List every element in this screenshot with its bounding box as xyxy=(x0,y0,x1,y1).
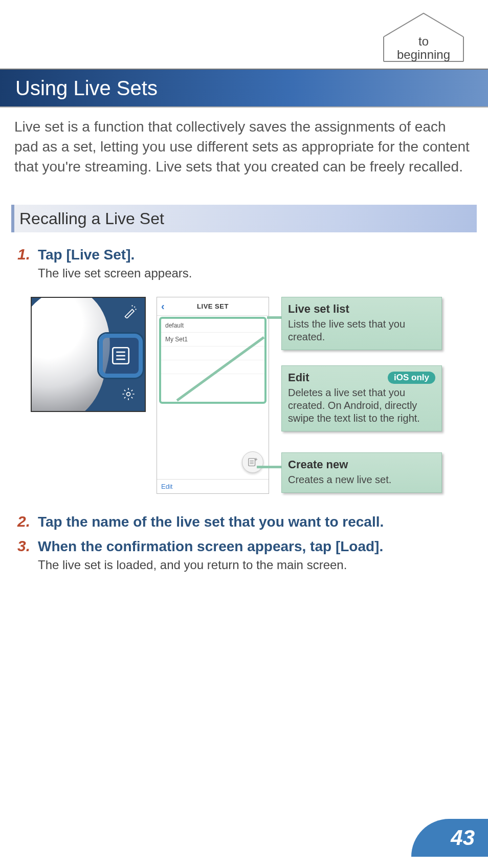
figure-area: ‹ LIVE SET default My Set1 Edit xyxy=(31,297,465,504)
create-new-button[interactable] xyxy=(242,451,263,473)
edit-link[interactable]: Edit xyxy=(161,483,172,490)
chapter-title: Using Live Sets xyxy=(15,77,158,100)
callout-connector xyxy=(267,316,282,319)
step-number: 1. xyxy=(17,246,33,263)
step-3: 3. When the confirmation screen appears,… xyxy=(17,537,473,572)
gear-icon xyxy=(121,387,136,405)
callout-create-new: Create new Creates a new live set. xyxy=(281,452,442,493)
callout-title: Create new xyxy=(288,458,348,471)
page-number-tab: 43 xyxy=(411,819,488,857)
step-subtext: The live set screen appears. xyxy=(38,266,473,280)
step-2: 2. Tap the name of the live set that you… xyxy=(17,513,473,530)
callout-edit: Edit iOS only Deletes a live set that yo… xyxy=(281,365,442,431)
step-1: 1. Tap [Live Set]. The live set screen a… xyxy=(17,246,473,280)
callout-connector xyxy=(257,466,282,468)
list-icon xyxy=(110,345,131,366)
callout-title: Live set list xyxy=(288,302,349,316)
wand-icon xyxy=(123,304,138,322)
step-number: 3. xyxy=(17,537,33,555)
callout-title: Edit xyxy=(288,371,309,384)
intro-paragraph: Live set is a function that collectively… xyxy=(14,117,474,177)
list-item[interactable]: My Set1 xyxy=(161,333,264,346)
back-chevron-icon[interactable]: ‹ xyxy=(161,300,165,312)
step-title: Tap the name of the live set that you wa… xyxy=(38,514,384,530)
screen-title: LIVE SET xyxy=(197,302,229,310)
to-beginning-label: to beginning xyxy=(378,35,470,62)
page-number: 43 xyxy=(451,826,475,850)
app-main-screen-thumbnail xyxy=(31,297,146,412)
step-title: When the confirmation screen appears, ta… xyxy=(38,538,383,555)
section-header: Recalling a Live Set xyxy=(11,205,477,232)
callout-desc: Deletes a live set that you created. On … xyxy=(288,386,435,425)
step-title: Tap [Live Set]. xyxy=(38,247,135,263)
live-set-button-highlight xyxy=(99,334,143,378)
svg-point-5 xyxy=(135,309,136,310)
chapter-title-bar: Using Live Sets xyxy=(0,69,488,107)
callout-desc: Creates a new live set. xyxy=(288,473,435,486)
list-item[interactable]: default xyxy=(161,319,264,333)
live-set-screen: ‹ LIVE SET default My Set1 Edit xyxy=(157,297,269,494)
live-set-list-highlight: default My Set1 xyxy=(159,317,267,404)
svg-point-10 xyxy=(127,393,130,396)
svg-point-4 xyxy=(131,305,132,306)
step-subtext: The live set is loaded, and you return t… xyxy=(38,558,473,572)
callout-live-set-list: Live set list Lists the live sets that y… xyxy=(281,297,442,350)
callout-desc: Lists the live sets that you created. xyxy=(288,318,435,343)
to-beginning-link[interactable]: to beginning xyxy=(378,7,470,63)
step-number: 2. xyxy=(17,513,33,530)
svg-point-3 xyxy=(134,307,135,308)
ios-only-badge: iOS only xyxy=(388,372,435,384)
section-title: Recalling a Live Set xyxy=(19,209,164,228)
